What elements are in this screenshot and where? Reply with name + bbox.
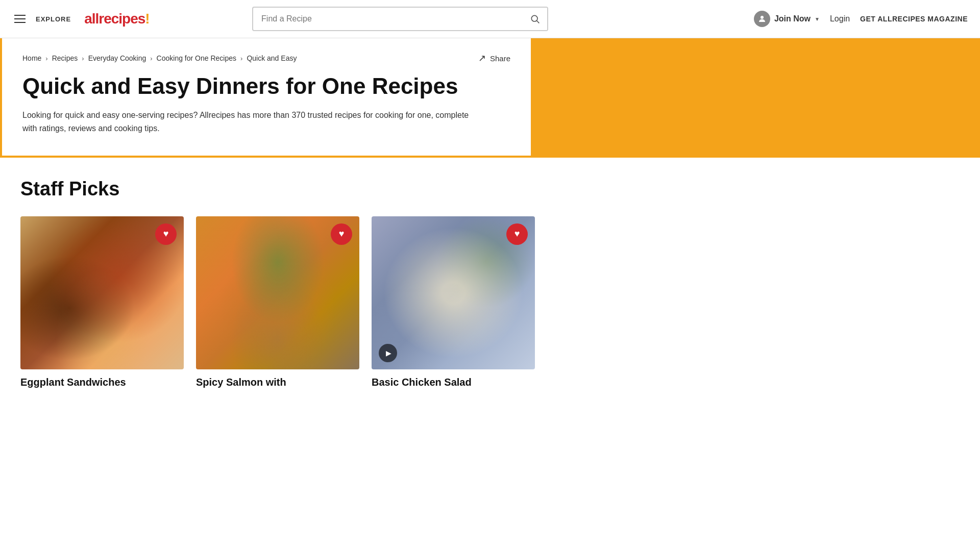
recipe-card-chicken[interactable]: ♥ ▶ Basic Chicken Salad: [372, 216, 535, 389]
breadcrumb-home[interactable]: Home: [22, 54, 41, 62]
login-link[interactable]: Login: [830, 14, 850, 23]
heart-icon-chicken: ♥: [514, 229, 520, 239]
heart-icon-salmon: ♥: [339, 229, 345, 239]
recipe-card-salmon[interactable]: ♥ Spicy Salmon with: [196, 216, 359, 389]
nav-left: EXPLORE allrecipes!: [12, 11, 150, 27]
share-icon: ↗: [478, 53, 486, 64]
breadcrumb-sep-4: ›: [240, 55, 242, 62]
join-now-label: Join Now: [774, 14, 811, 23]
svg-point-0: [531, 15, 537, 21]
logo[interactable]: allrecipes!: [84, 11, 150, 27]
save-button-salmon[interactable]: ♥: [331, 223, 352, 245]
explore-label[interactable]: EXPLORE: [36, 15, 71, 23]
heart-icon: ♥: [163, 229, 169, 239]
save-button-eggplant[interactable]: ♥: [155, 223, 177, 245]
save-button-chicken[interactable]: ♥: [506, 223, 528, 245]
search-bar[interactable]: [252, 7, 548, 31]
recipe-grid: ♥ Eggplant Sandwiches ♥ Spicy Salmon wit…: [20, 216, 960, 389]
page-description: Looking for quick and easy one-serving r…: [22, 109, 482, 135]
hero-area: Home › Recipes › Everyday Cooking › Cook…: [0, 38, 980, 158]
svg-line-1: [537, 21, 540, 23]
search-button[interactable]: [523, 8, 547, 30]
hero-content: Home › Recipes › Everyday Cooking › Cook…: [0, 38, 531, 158]
recipe-card-image-wrap-salmon: ♥: [196, 216, 359, 369]
search-icon: [530, 14, 540, 24]
recipe-title-chicken: Basic Chicken Salad: [372, 375, 535, 389]
join-now-button[interactable]: Join Now ▼: [754, 11, 820, 27]
recipe-card-image-wrap-chicken: ♥ ▶: [372, 216, 535, 369]
nav-right: Join Now ▼ Login GET ALLRECIPES MAGAZINE: [754, 11, 968, 27]
recipe-title-eggplant: Eggplant Sandwiches: [20, 375, 184, 389]
share-button[interactable]: ↗ Share: [478, 53, 510, 64]
recipe-title-salmon: Spicy Salmon with: [196, 375, 359, 389]
breadcrumb-cooking-for-one[interactable]: Cooking for One Recipes: [157, 54, 236, 62]
breadcrumb: Home › Recipes › Everyday Cooking › Cook…: [22, 53, 510, 64]
hero-sidebar-ad: [531, 38, 980, 158]
chevron-down-icon: ▼: [815, 16, 820, 22]
play-icon: ▶: [386, 349, 391, 357]
share-label: Share: [490, 54, 510, 63]
breadcrumb-everyday-cooking[interactable]: Everyday Cooking: [88, 54, 146, 62]
hamburger-menu[interactable]: [12, 13, 28, 25]
play-button-chicken[interactable]: ▶: [379, 344, 397, 362]
staff-picks-title: Staff Picks: [20, 178, 960, 200]
breadcrumb-current: Quick and Easy: [247, 54, 297, 62]
breadcrumb-sep-3: ›: [150, 55, 152, 62]
recipe-card-eggplant[interactable]: ♥ Eggplant Sandwiches: [20, 216, 184, 389]
breadcrumb-sep-1: ›: [45, 55, 47, 62]
magazine-link[interactable]: GET ALLRECIPES MAGAZINE: [860, 15, 968, 23]
user-icon: [757, 14, 767, 23]
account-icon: [754, 11, 770, 27]
breadcrumb-recipes[interactable]: Recipes: [52, 54, 78, 62]
search-input[interactable]: [253, 14, 523, 23]
logo-icon: !: [145, 11, 149, 27]
page-title: Quick and Easy Dinners for One Recipes: [22, 74, 510, 98]
breadcrumb-sep-2: ›: [82, 55, 84, 62]
recipe-card-image-wrap-eggplant: ♥: [20, 216, 184, 369]
svg-point-2: [761, 16, 764, 19]
staff-picks-section: Staff Picks ♥ Eggplant Sandwiches ♥ Spic…: [0, 158, 980, 389]
navbar: EXPLORE allrecipes! Join Now ▼ Login GE: [0, 0, 980, 38]
